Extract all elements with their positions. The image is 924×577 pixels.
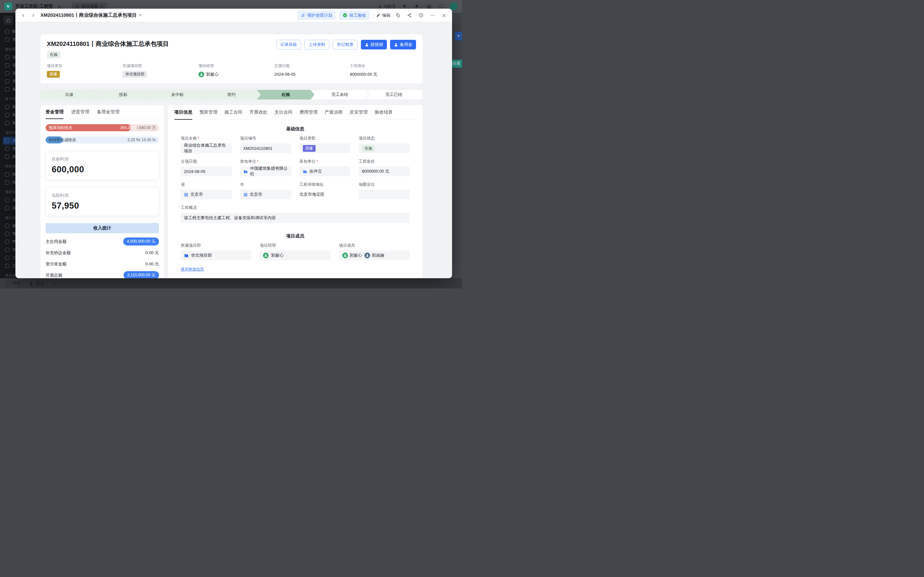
project-type-tag: 房建	[303, 145, 316, 152]
tab-output-negotiation[interactable]: 产值洽商	[324, 105, 343, 119]
department-input[interactable]: 华北项目部	[181, 251, 252, 260]
field-province: 省 北京市	[181, 182, 232, 205]
field-label: 所属项目部	[123, 63, 198, 69]
reserve-fund-button[interactable]: 备用金	[390, 40, 416, 50]
field-label: 项目编号	[240, 136, 291, 141]
register-inspection-button[interactable]: 登记检查	[332, 40, 358, 50]
sidebar-item-icon	[5, 29, 9, 34]
hidden-primary-button-sliver[interactable]	[455, 32, 462, 40]
funds-panel: 资金管理 进度管理 备用金管理 预算消耗情况 254.20 万 / 340.00…	[40, 105, 164, 278]
modal-title[interactable]: XM2024110801丨商业综合体施工总承包项目	[40, 12, 142, 18]
income-statistics-button[interactable]: 收入统计	[45, 223, 159, 233]
amount-rows: 主合同金额 4,000,000.00 元 补充协议金额 0.00 元 变洽签金额…	[45, 236, 159, 278]
project-title: XM2024110801丨商业综合体施工总承包项目	[47, 40, 169, 48]
sidebar-item-icon	[5, 172, 9, 177]
cost-value: 8000000.00 元	[350, 71, 416, 78]
metric-label: 目标利润	[52, 156, 153, 162]
stage-step[interactable]: 洽谈	[40, 90, 98, 100]
maintain-schedule-button[interactable]: 维护进度计划	[297, 11, 336, 20]
completion-acceptance-button[interactable]: 竣工验收	[339, 11, 369, 20]
submit-expense-button[interactable]: 提报销	[361, 40, 387, 50]
tab-quality-safety[interactable]: 质安管理	[350, 105, 368, 119]
tab-expense-contract[interactable]: 支出合同	[274, 105, 292, 119]
tab-funds-management[interactable]: 资金管理	[45, 105, 64, 119]
budget-consumption-progress: 预算消耗情况 254.20 万 / 340.00 万	[45, 124, 159, 131]
project-name-input[interactable]: 商业综合体施工总承包项目	[181, 143, 232, 153]
row-value: 0.00 元	[145, 250, 159, 256]
field-project-type: 项目类型 房建	[300, 136, 351, 159]
share-button[interactable]	[405, 11, 413, 19]
sidebar-home-button[interactable]	[3, 15, 13, 25]
map-location-input[interactable]	[359, 190, 410, 199]
edit-label: 编辑	[382, 13, 390, 18]
chevron-down-icon	[139, 15, 142, 16]
field-label: 项目成员	[339, 243, 410, 248]
city-input[interactable]: 北京市	[240, 190, 291, 199]
tab-invoice-receipt[interactable]: 开票收款	[250, 105, 268, 119]
copy-icon	[395, 13, 400, 18]
app-bottombar: 管理 成员 ⋯	[0, 278, 462, 288]
close-modal-button[interactable]	[440, 11, 448, 19]
upload-material-button[interactable]: 上传资料	[304, 40, 329, 50]
members-input[interactable]: 郭紫心 郭淑娴	[339, 251, 410, 260]
tab-progress-management[interactable]: 进度管理	[71, 105, 89, 119]
project-type-input[interactable]: 房建	[300, 143, 351, 153]
field-label: 地图定位	[359, 182, 410, 187]
sidebar-item-icon	[5, 55, 9, 60]
address-value: 北京市海淀区	[300, 190, 351, 199]
field-label: 工程详细地址	[300, 182, 351, 187]
stage-step[interactable]: 投标	[95, 90, 152, 100]
field-value: 该工程主要包括土建工程、设备安装和调试等内容	[184, 215, 276, 221]
edit-button[interactable]: 编辑	[376, 13, 390, 18]
sidebar-item-icon	[5, 79, 9, 84]
tab-reserve-management[interactable]: 备用金管理	[97, 105, 119, 119]
tab-project-info[interactable]: 项目信息	[174, 105, 192, 119]
row-value: 0.00 元	[145, 261, 159, 267]
cost-input[interactable]: 8000000.00 元	[359, 166, 410, 176]
app-logo[interactable]	[5, 3, 12, 10]
tab-fee-management[interactable]: 费用管理	[300, 105, 318, 119]
folder-icon	[184, 253, 189, 258]
previous-record-button[interactable]	[19, 11, 27, 19]
province-input[interactable]: 北京市	[181, 190, 232, 199]
stage-step[interactable]: 签约	[203, 90, 260, 100]
stage-label: 投标	[119, 92, 127, 98]
user-avatar[interactable]	[450, 3, 458, 10]
more-actions-button[interactable]	[428, 11, 437, 19]
project-no-input[interactable]: XM2024110801	[240, 143, 291, 153]
tab-acceptance-settlement[interactable]: 验收结算	[375, 105, 393, 119]
stage-step[interactable]: 未中标	[148, 90, 206, 100]
avatar	[364, 253, 370, 258]
project-status-input[interactable]: 在施	[359, 143, 410, 153]
record-risk-button[interactable]: 记录风险	[276, 40, 301, 50]
department-tag: 华北项目部	[123, 71, 147, 78]
tab-construction-contract[interactable]: 施工合同	[224, 105, 242, 119]
history-button[interactable]	[417, 11, 425, 19]
next-record-button[interactable]	[29, 11, 37, 19]
expand-extra-info-link[interactable]: 展开附加信息	[181, 267, 204, 272]
sidebar-item-icon	[5, 113, 9, 117]
tab-budget[interactable]: 预算管理	[199, 105, 217, 119]
members-button[interactable]: 成员	[29, 280, 44, 286]
owner-input[interactable]: 中国建筑集团有限公司	[240, 166, 291, 176]
field-value: 中国建筑集团有限公司	[250, 166, 288, 177]
start-date-input[interactable]: 2024-08-05	[181, 166, 232, 176]
more-button[interactable]: ⋯	[52, 281, 57, 286]
manager-input[interactable]: 郭紫心	[260, 251, 331, 260]
manage-label: 管理	[12, 280, 21, 286]
clock-icon	[419, 13, 424, 18]
overview-input[interactable]: 该工程主要包括土建工程、设备安装和调试等内容	[181, 213, 410, 223]
stage-label: 未中标	[171, 92, 184, 98]
stage-step[interactable]: 在施	[257, 90, 314, 100]
field-overview: 工程概况 该工程主要包括土建工程、设备安装和调试等内容	[181, 205, 410, 229]
stage-step[interactable]: 完工已结	[365, 90, 422, 100]
contractor-input[interactable]: 伙伴云	[300, 166, 351, 176]
copy-button[interactable]	[393, 11, 402, 19]
building-icon	[243, 169, 248, 174]
field-cost: 工程造价 8000000.00 元	[359, 159, 410, 182]
field-project-no: 项目编号 XM2024110801	[240, 136, 291, 159]
avatar	[198, 72, 204, 77]
list-item: 补充协议金额 0.00 元	[45, 247, 159, 258]
stage-step[interactable]: 完工未结	[311, 90, 369, 100]
manage-button[interactable]: 管理	[6, 280, 21, 286]
